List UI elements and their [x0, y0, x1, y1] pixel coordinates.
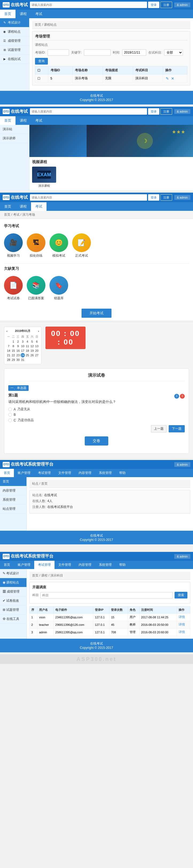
tab-exam-3[interactable]: 考试	[31, 202, 46, 211]
admin-tab-content-2[interactable]: 内容管理	[75, 561, 95, 569]
cal-day-27[interactable]: 27	[35, 353, 39, 358]
user-detail-link-3[interactable]: 详情	[179, 630, 185, 634]
tab-home-2[interactable]: 首页	[0, 116, 15, 125]
register-btn-2[interactable]: 注册	[160, 108, 172, 115]
input-keyword[interactable]	[84, 49, 111, 56]
sidebar-item-demo-teacher[interactable]: 演示讲师	[0, 134, 29, 143]
user-btn-1[interactable]: & admin	[174, 2, 190, 7]
tab-course-2[interactable]: 课程	[15, 116, 31, 125]
user-btn-2[interactable]: & admin	[174, 109, 190, 114]
admin-user-btn-1[interactable]: & admin	[174, 462, 190, 467]
cal-day-29[interactable]: 29	[11, 358, 16, 362]
radio-b[interactable]	[8, 413, 12, 416]
cal-day-18[interactable]: 18	[25, 348, 30, 353]
admin-tab-file-1[interactable]: 文件管理	[54, 469, 75, 477]
cal-day-23[interactable]: 23	[16, 353, 20, 358]
exam-cat-mock[interactable]: 😊 模拟考试	[49, 233, 68, 258]
cal-day-24[interactable]: 24	[21, 353, 25, 358]
admin-tab-exam-2[interactable]: 考试管理	[34, 561, 54, 569]
user-detail-link-1[interactable]: 详情	[179, 615, 185, 619]
cal-day-15[interactable]: 15	[11, 348, 16, 353]
cal-day-25[interactable]: 25	[25, 353, 30, 358]
admin-tab-file-2[interactable]: 文件管理	[54, 561, 75, 569]
cal-day-3[interactable]: 3	[21, 339, 25, 344]
input-exam-id[interactable]	[48, 49, 69, 56]
login-btn-1[interactable]: 登录	[148, 2, 159, 8]
cal-day-1[interactable]: 1	[11, 339, 16, 344]
login-btn-3[interactable]: 登录	[148, 194, 159, 201]
search-input-1[interactable]	[30, 2, 147, 8]
prev-btn[interactable]: 上一题	[151, 425, 166, 432]
search-input-2[interactable]	[30, 108, 147, 115]
course-card-demo[interactable]: EXAM 演示课程	[32, 167, 56, 188]
cal-day-30[interactable]: 30	[16, 358, 20, 362]
cal-day-26[interactable]: 26	[30, 353, 35, 358]
admin-sidebar-grade-2[interactable]: ☰ 成绩管理	[0, 587, 27, 596]
admin-tab-exam-1[interactable]: 考试管理	[34, 469, 54, 477]
tab-home-3[interactable]: 首页	[0, 202, 15, 211]
tab-course-1[interactable]: 课程	[15, 10, 31, 18]
admin-sidebar-tools-2[interactable]: ⚙ 在线工具	[0, 615, 27, 624]
cal-prev-btn[interactable]: ‹	[6, 330, 7, 333]
next-btn[interactable]: 下一题	[169, 425, 185, 432]
delete-icon-1[interactable]: ✕	[171, 76, 174, 81]
admin-tab-home-1[interactable]: 首页	[0, 469, 14, 477]
cal-day-19[interactable]: 19	[30, 348, 35, 353]
admin-sidebar-course-2[interactable]: ◉ 课程站点	[0, 578, 27, 587]
admin-tab-system-2[interactable]: 系统管理	[95, 561, 115, 569]
cal-day-5[interactable]: 5	[30, 339, 35, 344]
login-btn-2[interactable]: 登录	[148, 108, 159, 115]
cal-day-31[interactable]: 31	[21, 358, 25, 362]
input-date[interactable]	[122, 49, 146, 56]
search-btn-1[interactable]: 查询	[35, 58, 48, 65]
option-c[interactable]: C 乃是功倍品	[8, 418, 185, 423]
sidebar-item-online-1[interactable]: ▶ 在线比试	[0, 55, 29, 64]
admin-sidebar-system-1[interactable]: 系统管理	[0, 495, 27, 504]
cal-day-2[interactable]: 2	[16, 339, 20, 344]
cal-day-8[interactable]: 8	[11, 344, 16, 348]
exam-cat-video[interactable]: 🎥 视频学习	[4, 233, 23, 258]
cal-day-16[interactable]: 16	[16, 348, 20, 353]
user-detail-link-2[interactable]: 详情	[179, 623, 185, 626]
cal-day-4[interactable]: 4	[25, 339, 30, 344]
cal-day-6[interactable]: 6	[35, 339, 39, 344]
tab-course-3[interactable]: 课程	[15, 202, 31, 211]
cal-day-12[interactable]: 12	[30, 344, 35, 348]
open-exam-search-input[interactable]	[40, 592, 173, 598]
review-item-mistakes[interactable]: 🔖 错题库	[49, 276, 68, 301]
sidebar-item-grade-1[interactable]: ☰ 成绩管理	[0, 36, 29, 45]
edit-icon-1[interactable]: ✎	[166, 76, 169, 81]
admin-sidebar-exam-design-2[interactable]: ✎ 考试设计	[0, 569, 27, 578]
cal-day-22[interactable]: 22	[11, 353, 16, 358]
option-a[interactable]: A 乃是无从	[8, 407, 185, 411]
admin-sidebar-question-2[interactable]: ⊞ 试题管理	[0, 606, 27, 615]
tab-home-1[interactable]: 首页	[0, 10, 15, 18]
admin-tab-account-2[interactable]: 账户管理	[14, 561, 34, 569]
sidebar-item-demo-station[interactable]: 演示站	[0, 125, 29, 134]
admin-sidebar-home-1[interactable]: 首页	[0, 477, 27, 486]
cal-day-10[interactable]: 10	[21, 344, 25, 348]
admin-tab-help-2[interactable]: 帮助	[115, 561, 129, 569]
search-input-3[interactable]	[30, 194, 147, 201]
cal-day-11[interactable]: 11	[25, 344, 30, 348]
register-btn-3[interactable]: 注册	[160, 194, 172, 201]
exam-cat-formal[interactable]: 📝 正式考试	[72, 233, 91, 258]
admin-tab-help-1[interactable]: 帮助	[115, 469, 129, 477]
review-item-answers[interactable]: 📚 已圆满答案	[27, 276, 45, 301]
exam-cat-simulate[interactable]: 🏗 拟化仿练	[27, 233, 45, 258]
cell-checkbox[interactable]: ☐	[35, 74, 48, 83]
register-btn-1[interactable]: 注册	[160, 2, 172, 8]
option-b[interactable]: B	[8, 413, 185, 416]
review-item-paper[interactable]: 📄 考试试卷	[4, 276, 23, 301]
admin-tab-system-1[interactable]: 系统管理	[95, 469, 115, 477]
cal-day-21[interactable]: 21	[6, 353, 11, 358]
open-exam-search-btn[interactable]: 搜索	[175, 592, 187, 598]
admin-user-btn-2[interactable]: & admin	[174, 554, 190, 559]
tab-exam-1[interactable]: 考试	[31, 10, 46, 18]
submit-exam-btn[interactable]: 交卷	[85, 436, 108, 445]
admin-sidebar-station-1[interactable]: 站点管理	[0, 504, 27, 514]
user-btn-3[interactable]: & admin	[174, 195, 190, 200]
cal-day-28[interactable]: 28	[6, 358, 11, 362]
cal-day-13[interactable]: 13	[35, 344, 39, 348]
select-subject[interactable]: 全部	[164, 49, 183, 56]
